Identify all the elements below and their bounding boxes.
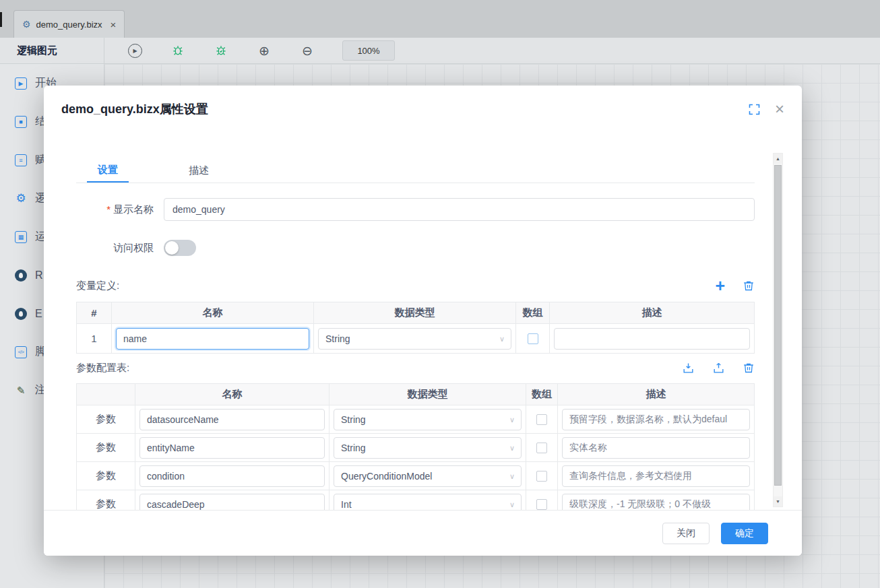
chevron-down-icon: ∨ xyxy=(509,415,515,424)
param-desc-input[interactable] xyxy=(562,437,750,459)
delete-variable-button[interactable] xyxy=(743,280,755,292)
export-params-button[interactable] xyxy=(712,362,725,374)
params-section-label: 参数配置表: xyxy=(76,362,129,374)
close-button[interactable]: 关闭 xyxy=(662,523,710,544)
param-array-checkbox[interactable] xyxy=(536,414,547,425)
params-section-icons xyxy=(682,362,755,374)
param-desc-cell xyxy=(558,462,754,490)
dialog-header-icons: × xyxy=(749,101,784,117)
param-type-cell: QueryConditionModel∨ xyxy=(329,462,526,490)
trash-icon xyxy=(743,280,755,292)
tab-settings[interactable]: 设置 xyxy=(87,158,129,183)
var-header-array: 数组 xyxy=(516,302,550,324)
param-array-checkbox[interactable] xyxy=(536,443,547,453)
param-row-kind: 参数 xyxy=(77,462,135,490)
scrollbar-thumb[interactable] xyxy=(774,165,782,486)
display-name-label: *显示名称 xyxy=(76,203,154,216)
var-name-cell xyxy=(112,324,314,354)
download-config-icon xyxy=(682,362,695,374)
param-type-cell: String∨ xyxy=(329,434,526,462)
chevron-down-icon: ∨ xyxy=(509,443,515,452)
param-row-kind: 参数 xyxy=(77,434,135,462)
dialog-scrollbar[interactable]: ▲ ▼ xyxy=(773,153,783,507)
param-name-cell xyxy=(135,462,329,490)
access-row: 访问权限 xyxy=(76,240,755,256)
param-name-input[interactable] xyxy=(139,409,325,430)
variables-section-label: 变量定义: xyxy=(76,280,119,292)
param-array-checkbox[interactable] xyxy=(536,499,547,510)
var-header-type: 数据类型 xyxy=(314,302,516,324)
dialog-tabs: 设置 描述 xyxy=(76,158,755,183)
var-desc-input[interactable] xyxy=(554,328,750,350)
scroll-down-icon[interactable]: ▼ xyxy=(774,496,782,507)
param-header-type: 数据类型 xyxy=(329,384,526,405)
param-desc-input[interactable] xyxy=(562,494,750,511)
param-name-cell xyxy=(135,490,329,510)
dialog-body: 设置 描述 *显示名称 访问权限 变量定义: + xyxy=(44,133,802,510)
fullscreen-icon xyxy=(749,104,760,115)
dialog-close-icon[interactable]: × xyxy=(775,101,784,117)
param-desc-cell xyxy=(558,434,754,462)
param-array-cell xyxy=(526,490,558,510)
param-name-cell xyxy=(135,434,329,462)
var-desc-cell xyxy=(550,324,754,354)
params-table: 名称 数据类型 数组 描述 参数 String∨ 参数 String∨ 参数 xyxy=(76,383,755,510)
display-name-input[interactable] xyxy=(164,198,755,221)
param-type-select[interactable]: QueryConditionModel∨ xyxy=(334,465,522,487)
confirm-button[interactable]: 确定 xyxy=(721,523,768,544)
dialog-title: demo_query.bizx属性设置 xyxy=(61,101,208,117)
var-header-desc: 描述 xyxy=(550,302,754,324)
chevron-down-icon: ∨ xyxy=(499,334,505,343)
param-desc-input[interactable] xyxy=(562,465,750,487)
param-desc-cell xyxy=(558,490,754,510)
param-type-cell: Int∨ xyxy=(329,490,526,510)
var-array-cell xyxy=(516,324,550,354)
delete-param-button[interactable] xyxy=(743,362,755,374)
param-type-select[interactable]: String∨ xyxy=(334,437,522,459)
param-array-cell xyxy=(526,462,558,490)
var-header-name: 名称 xyxy=(112,302,314,324)
var-type-cell: String ∨ xyxy=(314,324,516,354)
chevron-down-icon: ∨ xyxy=(509,500,515,509)
param-desc-input[interactable] xyxy=(562,409,750,430)
param-type-select[interactable]: String∨ xyxy=(334,409,522,430)
param-header-name: 名称 xyxy=(135,384,329,405)
properties-dialog: demo_query.bizx属性设置 × 设置 描述 *显示名称 访问权限 xyxy=(44,86,802,556)
param-name-input[interactable] xyxy=(139,465,325,487)
var-name-input[interactable] xyxy=(116,328,309,350)
param-desc-cell xyxy=(558,405,754,434)
param-header-desc: 描述 xyxy=(558,384,754,405)
dialog-footer: 关闭 确定 xyxy=(44,510,802,556)
add-variable-icon[interactable]: + xyxy=(715,277,725,294)
param-name-input[interactable] xyxy=(139,437,325,459)
var-row-index: 1 xyxy=(77,324,112,354)
chevron-down-icon: ∨ xyxy=(509,471,515,480)
param-header-kind xyxy=(77,384,135,405)
var-array-checkbox[interactable] xyxy=(528,333,538,344)
toggle-knob xyxy=(165,241,179,255)
var-type-select[interactable]: String ∨ xyxy=(318,328,511,350)
param-type-select[interactable]: Int∨ xyxy=(334,494,522,511)
upload-config-icon xyxy=(712,362,725,374)
param-row-kind: 参数 xyxy=(77,490,135,510)
variables-table: # 名称 数据类型 数组 描述 1 String ∨ xyxy=(76,302,755,354)
param-array-cell xyxy=(526,405,558,434)
variables-section-icons: + xyxy=(715,277,755,294)
param-type-cell: String∨ xyxy=(329,405,526,434)
tab-description[interactable]: 描述 xyxy=(178,158,220,183)
param-row-kind: 参数 xyxy=(77,405,135,434)
fullscreen-button[interactable] xyxy=(749,104,760,115)
scroll-up-icon[interactable]: ▲ xyxy=(774,154,782,164)
access-toggle[interactable] xyxy=(164,240,196,256)
params-section-bar: 参数配置表: xyxy=(76,358,755,377)
required-mark: * xyxy=(106,203,111,215)
display-name-row: *显示名称 xyxy=(76,198,755,221)
var-header-index: # xyxy=(77,302,112,324)
param-header-array: 数组 xyxy=(526,384,558,405)
trash-icon xyxy=(743,362,755,374)
param-name-cell xyxy=(135,405,329,434)
param-array-cell xyxy=(526,434,558,462)
param-name-input[interactable] xyxy=(139,494,325,511)
import-params-button[interactable] xyxy=(682,362,695,374)
param-array-checkbox[interactable] xyxy=(536,471,547,482)
